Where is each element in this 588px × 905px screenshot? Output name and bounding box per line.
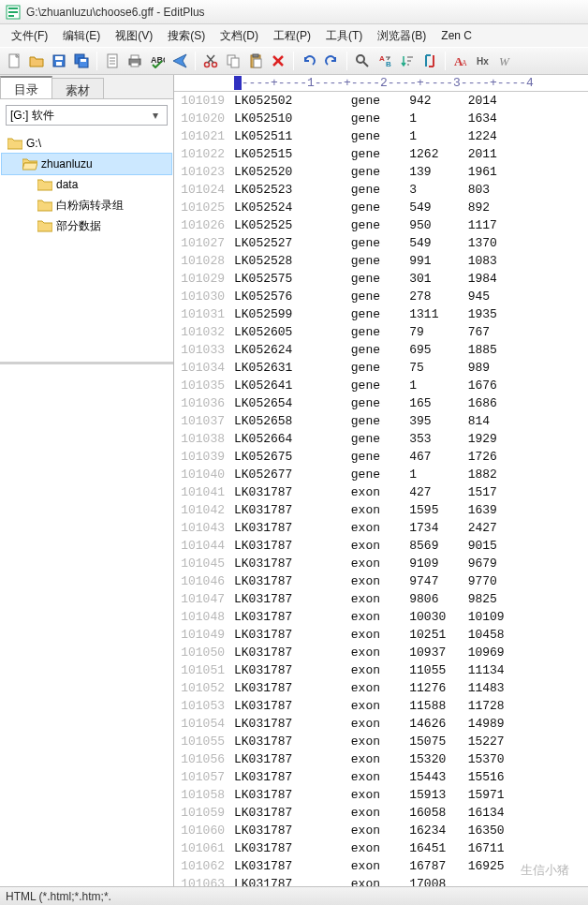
code-line[interactable]: 101062LK031787 exon 16787 16925 [174, 857, 588, 875]
font-larger-icon[interactable]: AA [450, 51, 471, 71]
code-line[interactable]: 101046LK031787 exon 9747 9770 [174, 572, 588, 590]
menu-item[interactable]: 视图(V) [108, 25, 160, 47]
line-text: LK052605 gene 79 767 [234, 323, 588, 341]
menu-item[interactable]: 工程(P) [266, 25, 318, 47]
tree-node[interactable]: G:\ [2, 133, 171, 154]
code-line[interactable]: 101047LK031787 exon 9806 9825 [174, 590, 588, 608]
svg-text:A: A [462, 59, 467, 67]
code-line[interactable]: 101028LK052528 gene 991 1083 [174, 252, 588, 270]
open-file-icon[interactable] [26, 51, 47, 71]
svg-rect-3 [8, 15, 14, 17]
code-line[interactable]: 101044LK031787 exon 8569 9015 [174, 537, 588, 555]
menu-item[interactable]: 文档(D) [213, 25, 266, 47]
undo-icon[interactable] [299, 51, 319, 71]
folder-icon [37, 199, 52, 212]
tree-node[interactable]: zhuanluzu [2, 154, 171, 174]
code-line[interactable]: 101019LK052502 gene 942 2014 [174, 92, 588, 110]
code-line[interactable]: 101056LK031787 exon 15320 15370 [174, 750, 588, 768]
code-line[interactable]: 101033LK052624 gene 695 1885 [174, 341, 588, 359]
sidebar-tab[interactable]: 素材 [51, 78, 104, 98]
menu-item[interactable]: Zen C [434, 26, 479, 45]
line-text: LK031787 exon 16787 16925 [234, 857, 588, 875]
hex-icon[interactable]: Hx [473, 51, 493, 71]
code-line[interactable]: 101059LK031787 exon 16058 16134 [174, 804, 588, 822]
svg-rect-10 [81, 59, 86, 62]
code-line[interactable]: 101040LK052677 gene 1 1882 [174, 466, 588, 483]
code-line[interactable]: 101029LK052575 gene 301 1984 [174, 270, 588, 288]
menu-item[interactable]: 搜索(S) [160, 25, 213, 47]
code-line[interactable]: 101027LK052527 gene 549 1370 [174, 234, 588, 252]
send-icon[interactable] [169, 51, 190, 71]
code-line[interactable]: 101041LK031787 exon 427 1517 [174, 483, 588, 501]
replace-icon[interactable]: AB [375, 51, 395, 71]
code-line[interactable]: 101025LK052524 gene 549 892 [174, 199, 588, 216]
spellcheck-icon[interactable]: ABC [147, 51, 168, 71]
file-list-panel[interactable] [0, 362, 173, 886]
new-file-icon[interactable] [4, 51, 24, 71]
print-icon[interactable] [125, 51, 145, 71]
code-line[interactable]: 101022LK052515 gene 1262 2011 [174, 145, 588, 163]
code-line[interactable]: 101037LK052658 gene 395 814 [174, 412, 588, 430]
menu-item[interactable]: 工具(T) [318, 25, 370, 47]
code-line[interactable]: 101020LK052510 gene 1 1634 [174, 110, 588, 127]
code-line[interactable]: 101045LK031787 exon 9109 9679 [174, 555, 588, 572]
code-line[interactable]: 101038LK052664 gene 353 1929 [174, 430, 588, 448]
sort-icon[interactable] [397, 51, 418, 71]
code-line[interactable]: 101052LK031787 exon 11276 11483 [174, 679, 588, 697]
folder-tree[interactable]: G:\zhuanluzudata白粉病转录组部分数据 [0, 129, 173, 362]
code-line[interactable]: 101035LK052641 gene 1 1676 [174, 377, 588, 394]
tree-node[interactable]: data [2, 174, 171, 195]
code-line[interactable]: 101057LK031787 exon 15443 15516 [174, 768, 588, 786]
code-line[interactable]: 101031LK052599 gene 1311 1935 [174, 305, 588, 323]
editor[interactable]: -----+----1----+----2----+----3----+----… [174, 75, 588, 886]
code-line[interactable]: 101024LK052523 gene 3 803 [174, 181, 588, 199]
code-line[interactable]: 101030LK052576 gene 278 945 [174, 288, 588, 305]
code-line[interactable]: 101043LK031787 exon 1734 2427 [174, 519, 588, 537]
code-line[interactable]: 101051LK031787 exon 11055 11134 [174, 661, 588, 679]
drive-selector[interactable]: [G:] 软件 ▾ [6, 105, 168, 126]
line-text: LK031787 exon 11055 11134 [234, 661, 588, 679]
delete-icon[interactable] [268, 51, 288, 71]
line-number: 101035 [174, 377, 234, 394]
copy-icon[interactable] [223, 51, 243, 71]
tree-node[interactable]: 白粉病转录组 [2, 195, 171, 215]
code-line[interactable]: 101039LK052675 gene 467 1726 [174, 448, 588, 466]
word-wrap-icon[interactable]: W [495, 51, 516, 71]
redo-icon[interactable] [321, 51, 342, 71]
sidebar-tab[interactable]: 目录 [0, 76, 52, 98]
code-line[interactable]: 101055LK031787 exon 15075 15227 [174, 733, 588, 750]
code-line[interactable]: 101026LK052525 gene 950 1117 [174, 216, 588, 234]
tree-node[interactable]: 部分数据 [2, 215, 171, 236]
code-line[interactable]: 101050LK031787 exon 10937 10969 [174, 644, 588, 661]
code-line[interactable]: 101061LK031787 exon 16451 16711 [174, 839, 588, 857]
menu-item[interactable]: 编辑(E) [55, 25, 108, 47]
code-line[interactable]: 101042LK031787 exon 1595 1639 [174, 501, 588, 519]
menu-item[interactable]: 文件(F) [4, 25, 55, 47]
cut-icon[interactable] [200, 51, 221, 71]
menu-item[interactable]: 浏览器(B) [370, 25, 434, 47]
code-line[interactable]: 101053LK031787 exon 11588 11728 [174, 697, 588, 715]
paste-icon[interactable] [245, 51, 266, 71]
find-icon[interactable] [352, 51, 373, 71]
line-number: 101054 [174, 715, 234, 733]
code-line[interactable]: 101054LK031787 exon 14626 14989 [174, 715, 588, 733]
line-number: 101023 [174, 163, 234, 181]
doc-icon[interactable] [102, 51, 123, 71]
save-icon[interactable] [49, 51, 69, 71]
code-line[interactable]: 101060LK031787 exon 16234 16350 [174, 822, 588, 839]
save-all-icon[interactable] [71, 51, 92, 71]
code-line[interactable]: 101048LK031787 exon 10030 10109 [174, 608, 588, 626]
code-line[interactable]: 101032LK052605 gene 79 767 [174, 323, 588, 341]
svg-text:ABC: ABC [151, 55, 165, 65]
columns-icon[interactable] [419, 51, 440, 71]
code-line[interactable]: 101049LK031787 exon 10251 10458 [174, 626, 588, 644]
code-line[interactable]: 101036LK052654 gene 165 1686 [174, 394, 588, 412]
code-line[interactable]: 101058LK031787 exon 15913 15971 [174, 786, 588, 804]
code-area[interactable]: 101019LK052502 gene 942 2014101020LK0525… [174, 92, 588, 886]
line-number: 101021 [174, 127, 234, 145]
code-line[interactable]: 101063LK031787 exon 17008 [174, 875, 588, 886]
line-text: LK031787 exon 9109 9679 [234, 555, 588, 572]
code-line[interactable]: 101034LK052631 gene 75 989 [174, 359, 588, 377]
code-line[interactable]: 101021LK052511 gene 1 1224 [174, 127, 588, 145]
code-line[interactable]: 101023LK052520 gene 139 1961 [174, 163, 588, 181]
